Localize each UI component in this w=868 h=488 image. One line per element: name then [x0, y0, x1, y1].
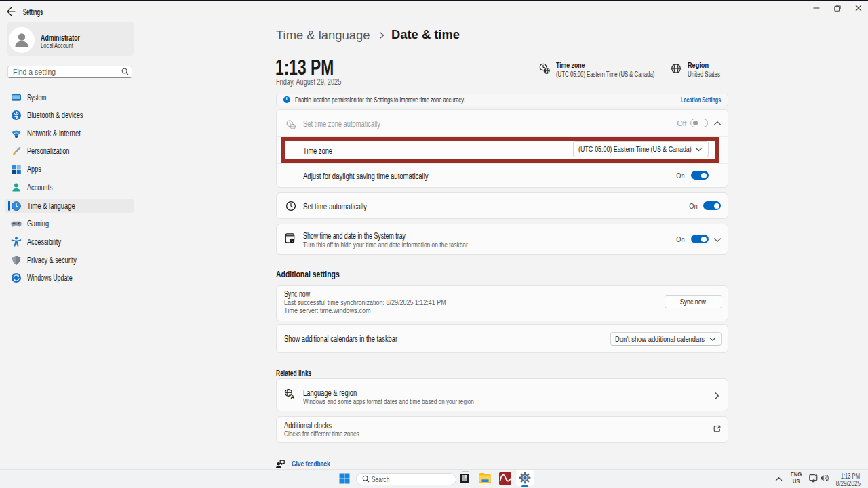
svg-text:A: A	[290, 394, 295, 401]
